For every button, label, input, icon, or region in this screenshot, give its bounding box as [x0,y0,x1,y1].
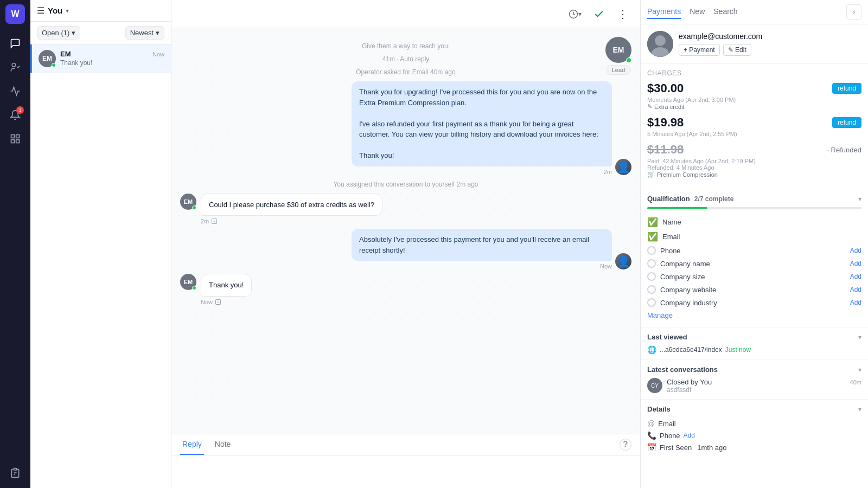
detail-phone-add[interactable]: Add [684,432,695,439]
customer-header-avatar: EM [605,37,631,63]
details-collapse[interactable]: ▾ [858,406,861,413]
qual-item-phone: Phone Add [647,244,861,257]
customer-photo [647,31,673,57]
right-panel: Payments New Search › example@customer.c… [640,0,868,488]
email-detail-icon: @ [647,419,655,428]
charge-item-1: $30.00 refund Moments Ago (Apr 2nd, 3:00… [647,81,861,110]
last-viewed-time: Just now [725,346,751,354]
message-time: 2m [352,169,612,175]
message-bubble-customer: Could I please purchase $30 of extra cre… [201,194,382,216]
qual-add-company[interactable]: Add [850,260,861,267]
filter-sort-btn[interactable]: Newest ▾ [125,26,164,40]
nav-contacts[interactable] [4,56,26,78]
qual-done-icon-2: ✅ [647,232,658,242]
details-section: Details ▾ @ Email 📞 Phone Add 📅 First Se… [641,400,868,459]
qual-add-size[interactable]: Add [850,273,861,280]
conversation-item[interactable]: EM EM Now Thank you! [30,44,171,73]
customer-online-dot [626,57,631,63]
latest-conv-label: Closed by You [667,378,712,386]
rp-tab-payments[interactable]: Payments [647,5,681,19]
tab-note[interactable]: Note [213,434,233,455]
last-viewed-url: ...a6edca6e417/index [660,346,722,354]
qual-item-company-size: Company size Add [647,270,861,283]
customer-info-section: example@customer.com + Payment ✎ Edit [641,24,868,64]
message-bubble: Thank you for upgrading! I've processed … [352,81,612,166]
charge-item-3: $11.98 · Refunded Paid: 42 Minutes Ago (… [647,143,861,178]
qual-item-company-industry: Company industry Add [647,296,861,309]
qual-add-phone[interactable]: Add [850,247,861,254]
latest-conv-preview: asdfasdf [667,386,861,394]
clock-btn[interactable]: ▾ [566,5,584,23]
detail-first-seen: 📅 First Seen 1mth ago [647,441,861,453]
message-row-customer-2: EM Thank you! Now [180,274,631,305]
reply-tabs: Reply Note ? [171,434,640,455]
message-bubble-customer-2: Thank you! [201,274,252,297]
app-logo[interactable]: W [5,4,25,24]
nav-inbox[interactable] [4,33,26,54]
latest-conv-title: Latest conversations [647,365,718,374]
reply-area: Reply Note ? [171,434,640,488]
payment-btn[interactable]: + Payment [679,44,720,56]
nav-segments[interactable] [4,128,26,150]
charge-item-2: $19.98 refund 5 Minutes Ago (Apr 2nd, 2:… [647,115,861,137]
sidebar-filters: Open (1) ▾ Newest ▾ [30,22,171,44]
rp-tab-search[interactable]: Search [713,5,737,19]
qual-empty-icon-5 [647,298,656,307]
latest-conv-time: 40m [850,379,861,386]
message-row-agent-2: Absolutely I've processed this payment f… [180,229,631,269]
latest-conversations-section: Latest conversations ▾ CY Closed by You … [641,360,868,400]
svg-rect-3 [16,140,20,143]
message-row-customer-1: EM Could I please purchase $30 of extra … [180,194,631,225]
refund-btn-2[interactable]: refund [832,117,861,128]
menu-icon[interactable]: ☰ [37,5,44,16]
message-bubble-2: Absolutely I've processed this payment f… [352,229,612,261]
conv-avatar: EM [39,50,56,67]
charge-time-2: 5 Minutes Ago (Apr 2nd, 2:55 PM) [647,131,861,137]
globe-icon: 🌐 [647,345,656,354]
qual-add-industry[interactable]: Add [850,299,861,306]
svg-rect-5 [14,468,17,470]
svg-rect-1 [11,135,15,138]
latest-conv-collapse[interactable]: ▾ [858,366,861,374]
help-btn[interactable]: ? [620,439,631,451]
refund-btn-1[interactable]: refund [832,83,861,94]
charges-section: Charges $30.00 refund Moments Ago (Apr 2… [641,64,868,189]
qual-add-website[interactable]: Add [850,286,861,293]
system-msg-4: You assigned this conversation to yourse… [180,181,631,188]
latest-conv-avatar: CY [647,378,662,393]
sidebar-header: ☰ You ▾ [30,0,171,22]
qual-empty-icon-4 [647,285,656,294]
clock-arrow: ▾ [578,10,582,18]
nav-clipboard[interactable] [4,462,26,484]
reply-input-area[interactable] [171,455,640,488]
customer-msg-avatar-2: EM [180,274,196,290]
sidebar: ☰ You ▾ Open (1) ▾ Newest ▾ EM EM Now Th… [30,0,171,488]
last-viewed-collapse[interactable]: ▾ [858,333,861,341]
charge-time-paid: Paid: 42 Minutes Ago (Apr 2nd, 2:19 PM) [647,158,861,164]
latest-conv-item: CY Closed by You 40m asdfasdf [647,378,861,394]
chat-messages[interactable]: EM Lead Give them a way to reach you: 41… [171,28,640,434]
tab-reply[interactable]: Reply [180,434,204,455]
svg-rect-4 [11,140,15,143]
filter-open-btn[interactable]: Open (1) ▾ [37,26,80,40]
nav-notifications[interactable]: 1 [4,104,26,126]
last-viewed-item: 🌐 ...a6edca6e417/index Just now [647,345,861,354]
more-btn[interactable]: ⋮ [614,5,631,23]
sidebar-title-arrow[interactable]: ▾ [66,7,69,15]
filter-sort-arrow: ▾ [156,29,159,37]
rp-tab-new[interactable]: New [690,5,705,19]
rp-expand-btn[interactable]: › [846,4,861,20]
qualification-collapse[interactable]: ▾ [858,195,861,203]
lead-badge: Lead [606,65,631,75]
edit-btn[interactable]: ✎ Edit [723,44,751,56]
qualification-section: Qualification 2/7 complete ▾ ✅ Name ✅ Em… [641,189,868,328]
svg-point-14 [655,35,666,46]
nav-reports[interactable] [4,80,26,102]
charge-time-1: Moments Ago (Apr 2nd, 3:00 PM) [647,97,861,103]
resolve-btn[interactable] [590,5,608,23]
manage-link[interactable]: Manage [647,309,861,322]
svg-rect-2 [16,135,20,138]
message-time-customer-2: Now [201,299,252,305]
charges-title: Charges [647,69,861,77]
phone-detail-icon: 📞 [647,431,656,440]
